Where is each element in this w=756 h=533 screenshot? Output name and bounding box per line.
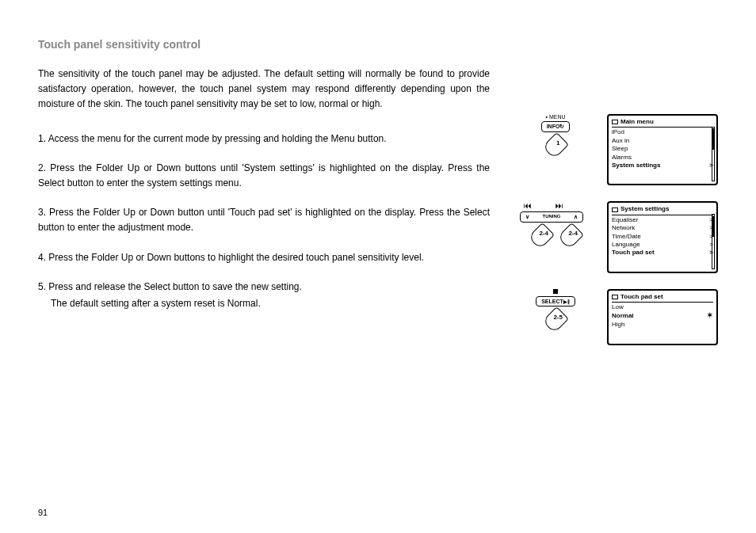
touch-pad-set-screen: Touch pad set Low Normal✶ High: [607, 289, 718, 345]
menu-button-illustration: • MENU INFO↻: [520, 114, 591, 156]
main-menu-screen: Main menu iPod Aux in Sleep Alarms Syste…: [607, 114, 718, 185]
step-4: 4. Press the Folder Up or Down buttons t…: [38, 250, 490, 265]
step-2: 2. Press the Folder Up or Down buttons u…: [38, 161, 490, 191]
hand-icon: [542, 132, 569, 159]
hand-icon: [528, 223, 555, 249]
select-button-illustration: SELECT▶‖: [520, 289, 591, 330]
back-icon: [612, 120, 618, 124]
selected-star-icon: ✶: [707, 311, 713, 321]
page-heading: Touch panel sensitivity control: [38, 38, 718, 51]
stop-icon: [553, 289, 558, 294]
step-5: 5. Press and release the Select button t…: [38, 280, 490, 311]
system-settings-screen: System settings Equaliser> Network> Time…: [607, 201, 718, 272]
illustration-column: • MENU INFO↻ Main menu iPod Aux in Sleep…: [514, 67, 718, 345]
back-icon: [612, 295, 618, 299]
instruction-list: 1. Access the menu for the current mode …: [38, 131, 490, 312]
hand-icon: [557, 223, 584, 249]
page-number: 91: [38, 508, 48, 517]
chevron-down-icon: ∨: [525, 214, 529, 220]
scrollbar: [712, 214, 715, 268]
tuning-button-illustration: ⏮⏭ ∨ TUNING ∧: [520, 201, 591, 246]
step-3: 3. Press the Folder Up or Down button un…: [38, 205, 490, 235]
hand-icon: [542, 306, 569, 333]
chevron-up-icon: ∧: [574, 214, 578, 220]
scrollbar: [712, 127, 715, 181]
step-1: 1. Access the menu for the current mode …: [38, 131, 490, 147]
step-5-note: The default setting after a system reset…: [38, 296, 490, 311]
next-track-icon: ⏭: [556, 201, 587, 210]
prev-track-icon: ⏮: [524, 201, 556, 210]
play-pause-icon: ▶‖: [563, 299, 570, 304]
loop-icon: ↻: [559, 124, 564, 129]
back-icon: [612, 207, 618, 212]
intro-paragraph: The sensitivity of the touch panel may b…: [38, 67, 490, 112]
